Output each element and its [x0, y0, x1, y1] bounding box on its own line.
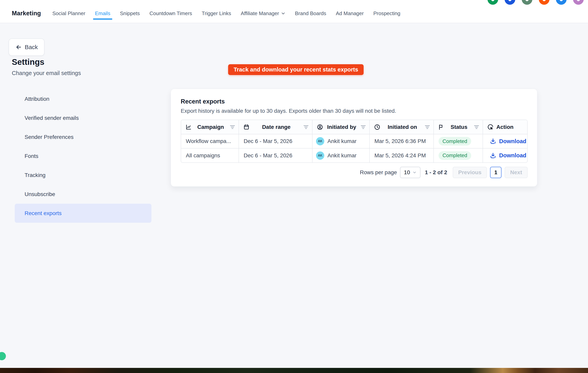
- chevron-down-icon: [281, 11, 285, 16]
- date-range-cell: Dec 6 - Mar 5, 2026: [239, 138, 312, 144]
- avatar-glyph: [508, 0, 512, 1]
- column-header-date-range: Date range: [239, 124, 312, 130]
- card-description: Export history is available for up to 30…: [181, 108, 527, 114]
- tab-brand-boards[interactable]: Brand Boards: [295, 4, 326, 23]
- download-icon: [490, 152, 496, 159]
- filter-icon[interactable]: [230, 125, 235, 130]
- tab-emails[interactable]: Emails: [95, 4, 110, 23]
- status-badge: Completed: [439, 137, 471, 146]
- account-avatar[interactable]: [505, 0, 515, 5]
- user-avatar: AK: [316, 137, 324, 145]
- status-cell: Completed: [434, 151, 483, 160]
- initiated-on-cell: Mar 5, 2026 6:36 PM: [370, 138, 433, 144]
- sidebar-item-tracking[interactable]: Tracking: [15, 166, 151, 185]
- sidebar-item-attribution[interactable]: Attribution: [15, 89, 151, 108]
- avatar-glyph: [543, 0, 546, 1]
- user-name: Ankit kumar: [327, 152, 357, 159]
- previous-page-button[interactable]: Previous: [453, 167, 487, 178]
- sidebar-item-unsubscribe[interactable]: Unsubscribe: [15, 185, 151, 204]
- clock-icon: [374, 124, 380, 130]
- avatar-glyph: [491, 0, 494, 1]
- filter-icon[interactable]: [303, 125, 309, 130]
- page-title: Settings: [12, 57, 44, 67]
- tab-prospecting[interactable]: Prospecting: [373, 4, 400, 23]
- tab-affiliate-manager[interactable]: Affiliate Manager: [241, 4, 285, 23]
- tab-ad-manager[interactable]: Ad Manager: [336, 4, 364, 23]
- download-label: Download: [499, 138, 526, 145]
- next-page-button[interactable]: Next: [505, 167, 528, 178]
- column-header-campaign: Campaign: [181, 124, 239, 130]
- app-title: Marketing: [12, 10, 41, 17]
- filter-icon[interactable]: [360, 125, 366, 130]
- tab-countdown-timers[interactable]: Countdown Timers: [149, 4, 192, 23]
- avatar-glyph: [525, 0, 529, 1]
- account-avatar[interactable]: [522, 0, 532, 5]
- page-subtitle: Change your email settings: [12, 70, 81, 76]
- column-header-status: Status: [434, 124, 483, 130]
- page-number-button[interactable]: 1: [490, 167, 502, 178]
- settings-sidebar: Attribution Verified sender emails Sende…: [15, 89, 151, 223]
- download-label: Download: [499, 152, 526, 159]
- avatar-glyph: [560, 0, 563, 1]
- sidebar-item-sender-preferences[interactable]: Sender Preferences: [15, 128, 151, 147]
- initiated-on-cell: Mar 5, 2026 4:24 PM: [370, 152, 433, 159]
- download-button[interactable]: Download: [483, 152, 527, 159]
- pagination-bar: Rows per page 10 1 - 2 of 2 Previous 1 N…: [181, 167, 528, 178]
- pagination-range-text: 1 - 2 of 2: [425, 169, 447, 176]
- tab-snippets[interactable]: Snippets: [120, 4, 140, 23]
- filter-icon[interactable]: [424, 125, 430, 130]
- column-header-action: Action: [483, 124, 527, 130]
- active-tab-underline: [93, 19, 112, 20]
- status-badge: Completed: [439, 151, 471, 160]
- back-button-label: Back: [25, 44, 38, 50]
- user-circle-icon: [317, 124, 323, 130]
- rows-per-page-select[interactable]: 10: [400, 167, 420, 178]
- account-avatar-row: [487, 0, 584, 5]
- status-cell: Completed: [434, 137, 483, 146]
- download-icon: [490, 138, 496, 145]
- stats-exports-tooltip-banner: Track and download your recent stats exp…: [228, 64, 364, 75]
- flag-icon: [438, 124, 444, 130]
- calendar-icon: [243, 124, 250, 130]
- account-avatar[interactable]: [487, 0, 498, 5]
- card-title: Recent exports: [181, 98, 527, 105]
- export-row-workflow-campaign: Workflow campa... Dec 6 - Mar 5, 2026 AK…: [181, 134, 527, 148]
- sidebar-item-verified-sender-emails[interactable]: Verified sender emails: [15, 108, 151, 128]
- back-button[interactable]: Back: [9, 39, 44, 56]
- campaign-cell: All campaigns: [181, 149, 239, 162]
- desktop-wallpaper-strip: [0, 368, 588, 373]
- column-header-initiated-by: Initiated by: [313, 124, 369, 130]
- user-avatar: AK: [316, 151, 324, 160]
- cursor-click-icon: [487, 124, 494, 130]
- arrow-left-icon: [15, 44, 22, 50]
- chat-widget-bubble[interactable]: [0, 352, 6, 360]
- rows-per-page-value: 10: [404, 169, 410, 176]
- campaign-cell: Workflow campa...: [181, 134, 239, 148]
- user-name: Ankit kumar: [327, 138, 357, 144]
- exports-table: Campaign Date range Initiated by: [181, 120, 528, 163]
- filter-icon[interactable]: [473, 125, 479, 130]
- chart-line-icon: [185, 124, 192, 130]
- marketing-settings-page: Marketing Social Planner Emails Snippets…: [0, 0, 588, 373]
- nav-tabs: Social Planner Emails Snippets Countdown…: [52, 4, 400, 23]
- table-header-row: Campaign Date range Initiated by: [181, 120, 527, 134]
- sidebar-item-recent-exports[interactable]: Recent exports: [15, 204, 151, 223]
- initiated-by-cell: AK Ankit kumar: [313, 137, 369, 145]
- column-header-initiated-on: Initiated on: [370, 124, 433, 130]
- tab-social-planner[interactable]: Social Planner: [52, 4, 85, 23]
- chevron-down-icon: [412, 170, 417, 175]
- account-avatar[interactable]: [573, 0, 584, 5]
- initiated-by-cell: AK Ankit kumar: [313, 151, 369, 160]
- account-avatar[interactable]: [539, 0, 549, 5]
- rows-per-page-label: Rows per page: [360, 169, 397, 176]
- sidebar-item-fonts[interactable]: Fonts: [15, 147, 151, 166]
- recent-exports-card: Recent exports Export history is availab…: [171, 89, 537, 187]
- avatar-glyph: [577, 0, 580, 1]
- tab-trigger-links[interactable]: Trigger Links: [202, 4, 231, 23]
- top-navigation-bar: Marketing Social Planner Emails Snippets…: [0, 0, 588, 23]
- account-avatar[interactable]: [556, 0, 567, 5]
- download-button[interactable]: Download: [483, 138, 527, 145]
- date-range-cell: Dec 6 - Mar 5, 2026: [239, 152, 312, 159]
- export-row-all-campaigns: All campaigns Dec 6 - Mar 5, 2026 AK Ank…: [181, 148, 527, 162]
